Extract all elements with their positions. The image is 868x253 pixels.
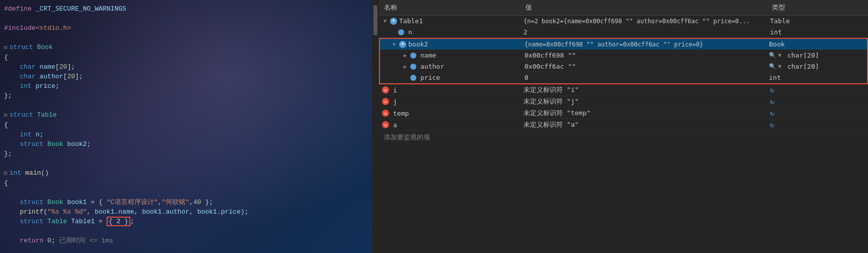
refresh-icon-j[interactable]: ↻ <box>770 97 774 106</box>
expand-arrow-author[interactable]: ▶ <box>402 64 408 69</box>
expand-arrow-table1[interactable]: ▼ <box>382 18 388 24</box>
row-type-table1: Table <box>767 16 868 26</box>
error-icon-i: ✕ <box>382 86 389 93</box>
watch-row-a[interactable]: ✕ a 未定义标识符 "a" ↻ <box>379 119 868 131</box>
row-name-j: ✕ j <box>379 97 520 107</box>
scrollbar-thumb[interactable] <box>373 5 377 35</box>
refresh-icon-temp[interactable]: ↻ <box>770 109 774 117</box>
code-scrollbar[interactable] <box>372 0 379 253</box>
code-line-5: ⊟ struct Book <box>0 42 379 53</box>
refresh-icon-a[interactable]: ↻ <box>770 121 774 129</box>
label-n: n <box>408 28 412 36</box>
row-name-price: ▶ price <box>380 73 521 82</box>
code-line-4 <box>0 33 379 42</box>
label-book2: book2 <box>408 40 428 48</box>
watch-row-price[interactable]: ▶ price 0 int <box>380 72 867 83</box>
add-watch-label: 添加要监视的项 <box>384 133 430 142</box>
line-21-text: struct Book book1 = { "C语言程序设计","何软铭",40… <box>4 197 213 207</box>
row-type-i: ↻ <box>767 85 868 95</box>
book2-group: ▼ 👁 book2 {name=0x00cff698 "" author=0x0… <box>379 38 868 84</box>
row-type-a: ↻ <box>767 120 868 130</box>
eye-icon-n <box>398 29 404 35</box>
row-name-n: ▶ n <box>379 27 520 37</box>
eye-icon-table1: 👁 <box>390 18 397 25</box>
row-value-table1: {n=2 book2={name=0x00cff698 "" author=0x… <box>520 17 767 26</box>
watch-row-i[interactable]: ✕ i 未定义标识符 "i" ↻ <box>379 84 868 96</box>
code-line-20 <box>0 188 379 197</box>
fold-icon-book[interactable]: ⊟ <box>4 43 8 53</box>
row-type-name: 🔍 ▼ char[20] <box>766 50 867 60</box>
code-line-10: }; <box>0 91 379 100</box>
code-line-3: #include<stdio.h> <box>0 23 379 33</box>
line-7-text: char name[20]; <box>4 62 75 72</box>
line-5-text: struct Book <box>10 42 53 52</box>
row-name-temp: ✕ temp <box>379 109 520 118</box>
fold-icon-main[interactable]: ⊟ <box>4 169 8 178</box>
code-line-1: #define _CRT_SECURE_NO_WARNINGS <box>0 4 379 14</box>
code-line-15: struct Book book2; <box>0 139 379 149</box>
eye-icon-name <box>410 53 416 59</box>
row-type-j: ↻ <box>767 96 868 107</box>
search-icon-author[interactable]: 🔍 <box>769 63 776 70</box>
watch-row-author[interactable]: ▶ author 0x00cff6ac "" 🔍 ▼ char[20] <box>380 61 867 72</box>
row-type-temp: ↻ <box>767 108 868 118</box>
eye-icon-author <box>410 64 416 70</box>
code-line-13: { <box>0 120 379 130</box>
error-icon-a: ✕ <box>382 121 389 128</box>
expand-arrow-book2[interactable]: ▼ <box>391 41 397 47</box>
watch-row-temp[interactable]: ✕ temp 未定义标识符 "temp" ↻ <box>379 108 868 119</box>
watch-row-name[interactable]: ▶ name 0x00cff698 "" 🔍 ▼ char[20] <box>380 50 867 61</box>
header-name: 名称 <box>379 0 520 15</box>
line-6-text: { <box>4 53 8 62</box>
code-line-18: ⊟ int main() <box>0 168 379 178</box>
watch-row-book2[interactable]: ▼ 👁 book2 {name=0x00cff698 "" author=0x0… <box>380 39 867 50</box>
row-type-author: 🔍 ▼ char[20] <box>766 62 867 71</box>
line-1-text: #define _CRT_SECURE_NO_WARNINGS <box>4 4 126 14</box>
row-name-book2: ▼ 👁 book2 <box>380 39 521 49</box>
row-value-j: 未定义标识符 "j" <box>520 96 767 107</box>
line-18-text: int main() <box>10 168 49 178</box>
line-8-text: char author[20]; <box>4 72 83 81</box>
line-10-text: }; <box>4 91 12 100</box>
search-icon-name[interactable]: 🔍 <box>769 52 776 59</box>
highlight-box: { 2 } <box>107 217 130 226</box>
code-line-7: char name[20]; <box>0 62 379 72</box>
line-13-text: { <box>4 120 8 130</box>
row-value-book2: {name=0x00cff698 "" author=0x00cff6ac ""… <box>521 40 766 49</box>
label-temp: temp <box>393 110 409 117</box>
row-value-n: 2 <box>520 27 767 37</box>
refresh-icon-i[interactable]: ↻ <box>770 86 774 94</box>
row-value-price: 0 <box>521 73 766 82</box>
line-9-text: int price; <box>4 81 59 91</box>
code-line-23: struct Table Table1 = { 2 }; <box>0 217 379 226</box>
eye-icon-book2: 👁 <box>399 41 406 48</box>
header-type: 类型 <box>767 0 868 15</box>
row-name-author: ▶ author <box>380 62 521 71</box>
code-line-9: int price; <box>0 81 379 91</box>
header-value: 值 <box>520 0 767 15</box>
label-i: i <box>393 86 397 94</box>
code-line-19: { <box>0 178 379 188</box>
expand-arrow-name[interactable]: ▶ <box>402 53 408 58</box>
watch-row-table1[interactable]: ▼ 👁 Table1 {n=2 book2={name=0x00cff698 "… <box>379 16 868 27</box>
fold-icon-table[interactable]: ⊟ <box>4 111 8 120</box>
label-price: price <box>420 74 440 81</box>
row-value-i: 未定义标识符 "i" <box>520 84 767 95</box>
code-line-2 <box>0 14 379 23</box>
code-line-22: printf("%s %s %d", book1.name, book1.aut… <box>0 207 379 217</box>
label-author: author <box>420 63 444 70</box>
watch-panel: 名称 值 类型 ▼ 👁 Table1 {n=2 book2={name=0x00… <box>379 0 868 253</box>
code-line-16: }; <box>0 149 379 159</box>
code-line-21: struct Book book1 = { "C语言程序设计","何软铭",40… <box>0 197 379 207</box>
row-name-name: ▶ name <box>380 50 521 60</box>
watch-row-j[interactable]: ✕ j 未定义标识符 "j" ↻ <box>379 96 868 108</box>
line-14-text: int n; <box>4 130 43 139</box>
add-watch-row[interactable]: 添加要监视的项 <box>379 131 868 144</box>
row-value-temp: 未定义标识符 "temp" <box>520 108 767 119</box>
label-name: name <box>420 52 436 59</box>
line-16-text: }; <box>4 149 12 159</box>
line-23-text: struct Table Table1 = { 2 }; <box>4 217 134 226</box>
row-type-n: int <box>767 27 868 37</box>
row-value-name: 0x00cff698 "" <box>521 50 766 60</box>
watch-row-n[interactable]: ▶ n 2 int <box>379 27 868 38</box>
